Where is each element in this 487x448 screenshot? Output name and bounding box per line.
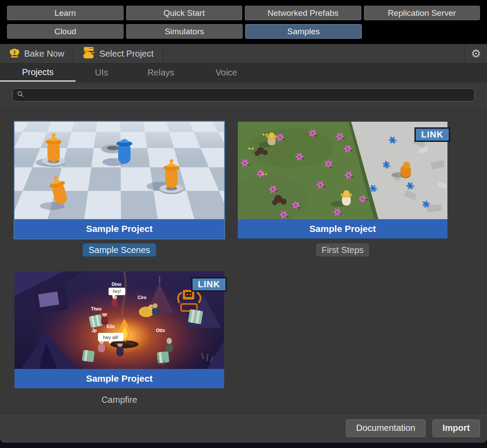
search-icon bbox=[17, 91, 24, 99]
nav-button-learn[interactable]: Learn bbox=[7, 6, 124, 20]
top-nav: Learn Quick Start Networked Prefabs Repl… bbox=[0, 0, 487, 44]
card-cell-sample-scenes: Sample Project Sample Scenes bbox=[15, 122, 224, 257]
svg-text:Jp: Jp bbox=[91, 328, 97, 333]
toolbar: Bake Now Select Project ⚙ bbox=[0, 44, 487, 64]
svg-text:Ciro: Ciro bbox=[138, 295, 146, 300]
tab-uis[interactable]: UIs bbox=[76, 64, 127, 82]
project-card-sample-scenes[interactable]: Sample Project bbox=[15, 122, 224, 238]
samples-window: Learn Quick Start Networked Prefabs Repl… bbox=[0, 0, 487, 448]
nav-button-replication-server[interactable]: Replication Server bbox=[364, 6, 480, 20]
tab-voice[interactable]: Voice bbox=[194, 64, 258, 82]
card-cell-first-steps: LINK Sample Project First Steps bbox=[238, 122, 447, 257]
cloud-server-icon bbox=[82, 47, 95, 61]
sample-scenes-thumbnail bbox=[15, 122, 224, 219]
card-title: Sample Project bbox=[238, 219, 447, 238]
caption-sample-scenes: Sample Scenes bbox=[83, 243, 156, 257]
tab-relays[interactable]: Relays bbox=[127, 64, 194, 82]
nav-button-samples[interactable]: Samples bbox=[245, 24, 362, 39]
nav-button-networked-prefabs[interactable]: Networked Prefabs bbox=[245, 6, 361, 20]
svg-text:Otto: Otto bbox=[156, 328, 165, 333]
select-project-label: Select Project bbox=[99, 49, 153, 59]
cards-grid: Sample Project Sample Scenes bbox=[15, 122, 487, 413]
toolbar-spacer bbox=[163, 44, 465, 63]
svg-text:Elin: Elin bbox=[107, 324, 115, 329]
nav-row-2: Cloud Simulators Samples bbox=[7, 24, 480, 39]
tab-bar: Projects UIs Relays Voice bbox=[0, 64, 487, 82]
gear-icon: ⚙ bbox=[471, 48, 481, 59]
svg-text:hey!: hey! bbox=[113, 289, 121, 294]
import-button[interactable]: Import bbox=[432, 419, 480, 437]
samples-content: Sample Project Sample Scenes bbox=[0, 108, 487, 413]
tab-projects[interactable]: Projects bbox=[0, 64, 76, 82]
card-cell-empty bbox=[238, 271, 447, 406]
svg-text:Theo: Theo bbox=[91, 307, 102, 311]
select-project-button[interactable]: Select Project bbox=[73, 44, 163, 63]
bake-now-label: Bake Now bbox=[24, 49, 64, 59]
caption-first-steps: First Steps bbox=[316, 243, 370, 257]
svg-text:Dino: Dino bbox=[112, 282, 121, 287]
search-input[interactable] bbox=[27, 90, 470, 99]
settings-button[interactable]: ⚙ bbox=[465, 44, 487, 63]
footer-bar: Documentation Import bbox=[0, 413, 487, 443]
nav-button-simulators[interactable]: Simulators bbox=[126, 24, 243, 39]
project-card-first-steps[interactable]: LINK Sample Project bbox=[238, 122, 447, 238]
project-card-campfire[interactable]: Dino Theo Ciro Jp Elin Otto bbox=[15, 271, 224, 388]
caption-campfire: Campfire bbox=[102, 393, 137, 406]
card-title: Sample Project bbox=[15, 219, 224, 238]
samples-panel: Bake Now Select Project ⚙ Pr bbox=[0, 44, 487, 443]
sample-scenes-characters bbox=[15, 122, 224, 219]
bake-now-button[interactable]: Bake Now bbox=[0, 44, 73, 63]
nav-button-cloud[interactable]: Cloud bbox=[7, 24, 124, 39]
search-field[interactable] bbox=[12, 88, 475, 101]
card-cell-campfire: Dino Theo Ciro Jp Elin Otto bbox=[15, 271, 224, 406]
nav-row-1: Learn Quick Start Networked Prefabs Repl… bbox=[7, 6, 480, 20]
search-bar bbox=[0, 82, 487, 108]
svg-text:hey all!: hey all! bbox=[103, 335, 119, 340]
chef-hat-alert-icon bbox=[9, 47, 20, 61]
nav-button-quick-start[interactable]: Quick Start bbox=[126, 6, 243, 20]
documentation-button[interactable]: Documentation bbox=[346, 419, 425, 437]
link-badge: LINK bbox=[414, 127, 450, 142]
card-title: Sample Project bbox=[15, 369, 224, 388]
link-badge: LINK bbox=[191, 277, 227, 292]
